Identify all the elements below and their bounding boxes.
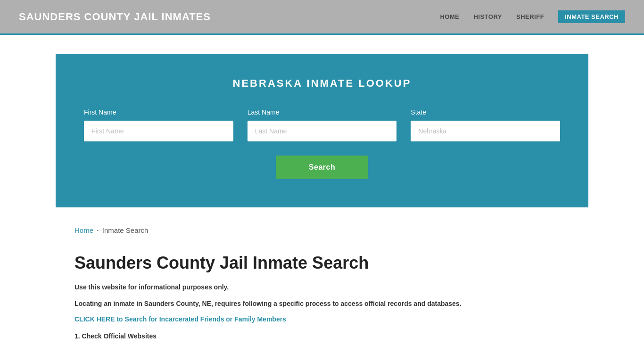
nav-item-inmate-search[interactable]: INMATE SEARCH xyxy=(558,10,625,23)
last-name-label: Last Name xyxy=(248,108,397,116)
first-name-label: First Name xyxy=(84,108,233,116)
site-title: SAUNDERS COUNTY JAIL INMATES xyxy=(19,11,211,23)
info-line-2: Locating an inmate in Saunders County, N… xyxy=(74,299,570,309)
info-line-1: Use this website for informational purpo… xyxy=(74,282,570,292)
breadcrumb-separator: • xyxy=(97,228,99,232)
main-nav: HOMEHISTORYSHERIFFINMATE SEARCH xyxy=(440,10,625,23)
last-name-field-group: Last Name xyxy=(248,108,397,141)
state-input[interactable] xyxy=(411,121,560,141)
search-button[interactable]: Search xyxy=(276,156,368,179)
main-content: Home • Inmate Search Saunders County Jai… xyxy=(56,226,588,359)
page-title: Saunders County Jail Inmate Search xyxy=(74,253,570,273)
nav-item-home[interactable]: HOME xyxy=(440,13,459,20)
breadcrumb: Home • Inmate Search xyxy=(74,226,570,234)
first-name-input[interactable] xyxy=(84,121,233,141)
breadcrumb-current: Inmate Search xyxy=(102,226,149,234)
nav-item-sheriff[interactable]: SHERIFF xyxy=(516,13,544,20)
search-fields-row: First Name Last Name State xyxy=(84,108,560,141)
search-banner-title: NEBRASKA INMATE LOOKUP xyxy=(84,77,560,90)
nav-item-history[interactable]: HISTORY xyxy=(473,13,502,20)
state-label: State xyxy=(411,108,560,116)
last-name-input[interactable] xyxy=(248,121,397,141)
breadcrumb-home-link[interactable]: Home xyxy=(74,226,93,234)
search-button-row: Search xyxy=(84,156,560,179)
list-item-1: 1. Check Official Websites xyxy=(74,332,570,340)
site-header: SAUNDERS COUNTY JAIL INMATES HOMEHISTORY… xyxy=(0,0,644,35)
state-field-group: State xyxy=(411,108,560,141)
first-name-field-group: First Name xyxy=(84,108,233,141)
incarcerated-search-link[interactable]: CLICK HERE to Search for Incarcerated Fr… xyxy=(74,315,570,323)
search-banner: NEBRASKA INMATE LOOKUP First Name Last N… xyxy=(56,54,588,207)
